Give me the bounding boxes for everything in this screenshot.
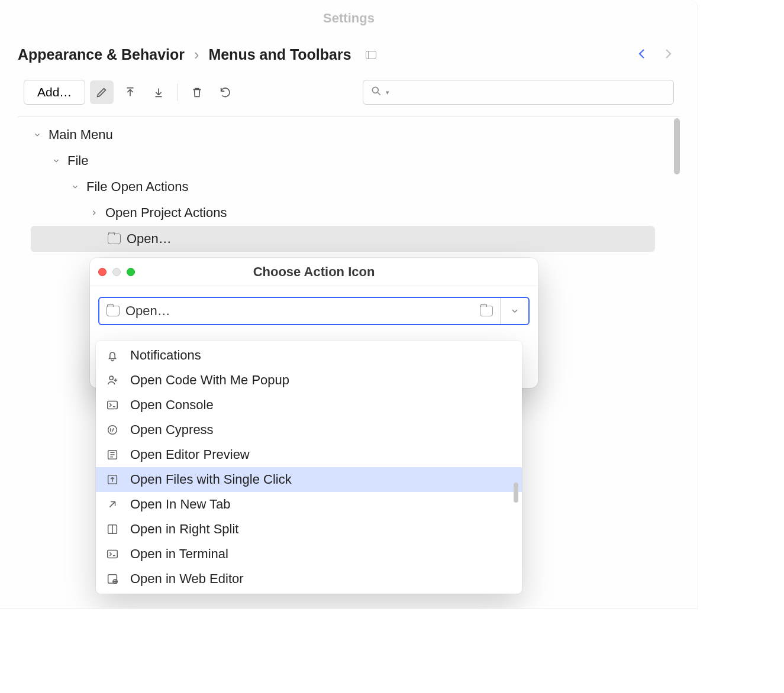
tree-scrollbar[interactable] (674, 118, 680, 174)
breadcrumb-row: Appearance & Behavior › Menus and Toolba… (0, 26, 698, 69)
terminal-icon (105, 398, 120, 412)
dropdown-item[interactable]: Open in Right Split (96, 517, 522, 542)
browse-icon-button[interactable] (472, 298, 500, 324)
dropdown-item-label: Open In New Tab (130, 497, 231, 512)
chevron-down-icon (32, 131, 43, 139)
split-icon (105, 522, 120, 536)
folder-icon (108, 234, 121, 244)
action-combo-value: Open… (125, 303, 170, 319)
web-editor-icon (105, 572, 120, 586)
dropdown-item-label: Open in Web Editor (130, 571, 244, 587)
dropdown-item[interactable]: Open Cypress (96, 417, 522, 442)
preview-icon (105, 448, 120, 462)
action-combo-field[interactable]: Open… (99, 298, 472, 324)
edit-icon-button[interactable] (90, 80, 114, 104)
tree-node-file[interactable]: File (18, 148, 680, 174)
dropdown-item[interactable]: Open Editor Preview (96, 442, 522, 467)
dropdown-item-label: Open Code With Me Popup (130, 373, 289, 388)
dropdown-item[interactable]: Open Code With Me Popup (96, 368, 522, 393)
tree-node-open[interactable]: Open… (31, 226, 655, 252)
search-icon (370, 85, 382, 99)
dropdown-item-label: Open Console (130, 397, 214, 413)
toolbar-divider (178, 83, 178, 101)
dropdown-item[interactable]: Notifications (96, 343, 522, 368)
delete-button[interactable] (185, 80, 209, 104)
nav-back-button[interactable] (635, 47, 649, 63)
svg-point-3 (108, 426, 117, 435)
window-title: Settings (0, 0, 698, 26)
tree-label: File (67, 153, 88, 169)
move-down-button[interactable] (147, 80, 170, 104)
actions-toolbar: Add… ▾ (0, 69, 698, 111)
svg-point-1 (109, 376, 113, 380)
tree-label: Open… (127, 231, 172, 247)
menu-tree: Main Menu File File Open Actions Open Pr… (18, 116, 680, 257)
search-field[interactable]: ▾ (363, 80, 674, 105)
tree-node-open-project-actions[interactable]: Open Project Actions (18, 200, 680, 226)
breadcrumb-group[interactable]: Appearance & Behavior (18, 46, 185, 63)
terminal-icon (105, 547, 120, 561)
dialog-titlebar[interactable]: Choose Action Icon (90, 258, 538, 286)
dropdown-item-label: Open Files with Single Click (130, 472, 292, 487)
folder-icon (107, 306, 120, 316)
dropdown-item-label: Notifications (130, 348, 201, 363)
window-icon (366, 51, 376, 59)
revert-button[interactable] (214, 80, 237, 104)
dialog-title: Choose Action Icon (90, 264, 538, 280)
chevron-down-icon (51, 157, 62, 165)
settings-window: Settings Appearance & Behavior › Menus a… (0, 0, 698, 609)
svg-point-0 (372, 87, 378, 93)
cypress-icon (105, 423, 120, 437)
tree-label: File Open Actions (86, 179, 188, 195)
nav-forward-button (661, 47, 675, 63)
dropdown-item[interactable]: Open In New Tab (96, 492, 522, 517)
dropdown-scrollbar[interactable] (514, 482, 518, 503)
tree-node-main-menu[interactable]: Main Menu (18, 122, 680, 148)
breadcrumb: Appearance & Behavior › Menus and Toolba… (18, 46, 376, 63)
breadcrumb-page: Menus and Toolbars (208, 46, 351, 63)
chevron-down-icon: ▾ (386, 89, 389, 96)
tree-label: Open Project Actions (105, 205, 227, 221)
action-suggestions-dropdown: Notifications Open Code With Me Popup Op… (96, 341, 522, 594)
dropdown-item-label: Open Editor Preview (130, 447, 250, 462)
search-input[interactable] (393, 86, 666, 99)
tree-node-file-open-actions[interactable]: File Open Actions (18, 174, 680, 200)
add-button[interactable]: Add… (24, 80, 85, 105)
arrow-ne-icon (105, 497, 120, 511)
dropdown-item-label: Open in Right Split (130, 522, 238, 537)
chevron-right-icon (89, 209, 99, 217)
single-click-icon (105, 472, 120, 487)
combo-dropdown-button[interactable] (500, 298, 528, 324)
tree-label: Main Menu (49, 127, 113, 143)
dropdown-item-selected[interactable]: Open Files with Single Click (96, 467, 522, 492)
dropdown-item[interactable]: Open Console (96, 393, 522, 417)
svg-rect-7 (108, 550, 118, 558)
dropdown-item-label: Open in Terminal (130, 546, 228, 562)
svg-rect-2 (108, 401, 118, 409)
dropdown-item[interactable]: Open in Web Editor (96, 566, 522, 591)
nav-arrows (635, 47, 675, 63)
dropdown-item[interactable]: Open in Terminal (96, 542, 522, 566)
chevron-down-icon (70, 183, 80, 191)
bell-icon (105, 348, 120, 362)
move-up-button[interactable] (118, 80, 142, 104)
action-combo[interactable]: Open… (98, 297, 530, 325)
chevron-right-icon: › (194, 46, 199, 63)
folder-icon (480, 306, 493, 316)
person-plus-icon (105, 373, 120, 387)
dropdown-item-label: Open Cypress (130, 422, 214, 438)
